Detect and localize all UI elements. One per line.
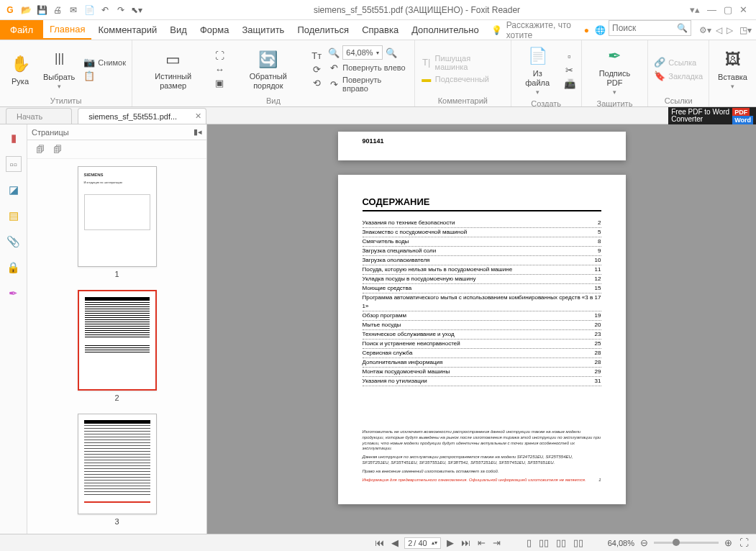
document-view[interactable]: 901141 СОДЕРЖАНИЕ Указания по технике бе… — [207, 124, 756, 534]
fullscreen-icon[interactable]: ⛶ — [738, 537, 750, 548]
rotate-cw-button[interactable]: ⟳ — [311, 63, 322, 76]
zoom-out-status-icon[interactable]: ⊖ — [639, 537, 650, 548]
nav-comments-icon[interactable]: ▤ — [6, 208, 22, 224]
fwd-icon[interactable]: ⇥ — [491, 537, 502, 548]
file-tab[interactable]: Файл — [0, 20, 43, 40]
nav-bookmarks-icon[interactable]: ▮ — [6, 130, 22, 146]
rotate-right-button[interactable]: ↷Повернуть вправо — [328, 75, 409, 94]
search-input[interactable] — [612, 23, 677, 33]
redo-icon[interactable]: ↷ — [114, 3, 128, 17]
zoom-box[interactable]: 64,08%▾ — [342, 45, 382, 60]
doc-tab-file[interactable]: siemens_sf_55t551.pdf...✕ — [78, 108, 206, 124]
fit-width-button[interactable]: ↔ — [214, 63, 225, 76]
window-title: siemens_sf_55t551.pdf (ЗАЩИЩЕНО) - Foxit… — [144, 5, 690, 15]
reflow-button[interactable]: Tт — [311, 49, 322, 62]
rotate-left-button[interactable]: ↶Повернуть влево — [328, 61, 409, 74]
thumb-tool-2-icon[interactable]: 🗐 — [53, 145, 62, 155]
fit-page-button[interactable]: ⛶ — [214, 49, 225, 62]
tab-form[interactable]: Форма — [193, 20, 236, 40]
tab-home[interactable]: Главная — [43, 20, 91, 40]
rotate-ccw-button[interactable]: ⟲ — [311, 76, 322, 89]
blank-button[interactable]: ▫ — [564, 50, 575, 63]
world-icon[interactable]: 🌐 — [592, 25, 609, 35]
link-button[interactable]: 🔗Ссылка — [654, 56, 703, 69]
email-icon[interactable]: ✉ — [66, 3, 81, 17]
tab-help[interactable]: Справка — [355, 20, 405, 40]
new-icon[interactable]: 📄 — [82, 3, 96, 17]
zoom-in-status-icon[interactable]: ⊕ — [723, 537, 734, 548]
rotate-right-icon: ↷ — [328, 78, 340, 90]
thumb-tool-1-icon[interactable]: 🗐 — [36, 145, 45, 155]
fit-visible-button[interactable]: ▣ — [214, 76, 225, 89]
doc-tab-start[interactable]: Начать — [6, 108, 72, 124]
page-input[interactable]: 2/ 40▴▾ — [404, 537, 440, 549]
insert-button[interactable]: 🖼Вставка▾ — [715, 47, 750, 92]
tell-me[interactable]: 💡Расскажите, что хотите — [486, 20, 581, 40]
prev-page-icon[interactable]: ◀ — [390, 537, 400, 548]
restore-down-icon[interactable]: — — [707, 4, 716, 15]
actual-size-button[interactable]: ▭Истинный размер — [138, 46, 208, 91]
typewriter-icon: T| — [421, 57, 432, 68]
bookmark-button[interactable]: 🔖Закладка — [654, 70, 703, 83]
nav-pages-icon[interactable]: ▫▫ — [6, 156, 22, 172]
undo-icon[interactable]: ↶ — [98, 3, 112, 17]
clip-button[interactable]: ✂ — [564, 64, 575, 77]
typewriter-button[interactable]: T|Пишущая машинка — [421, 53, 505, 72]
thumb-2[interactable]: 2 — [78, 290, 157, 402]
search-icon[interactable]: 🔍 — [677, 23, 688, 33]
ad-banner[interactable]: Free PDF to Word Converter PDFWord — [668, 107, 756, 124]
scanner-button[interactable]: 📠 — [564, 78, 575, 91]
pointer-icon[interactable]: ⬉▾ — [129, 3, 144, 17]
close-tab-icon[interactable]: ✕ — [195, 111, 201, 121]
from-file-icon: 📄 — [526, 45, 549, 68]
print-icon[interactable]: 🖨 — [50, 3, 65, 17]
nav-security-icon[interactable]: 🔒 — [6, 260, 22, 276]
maximize-icon[interactable]: ▢ — [724, 4, 732, 15]
snapshot-button[interactable]: 📷Снимок — [83, 56, 126, 69]
reverse-order-button[interactable]: 🔄Обратный порядок — [231, 46, 305, 91]
nav-signatures-icon[interactable]: ✒ — [6, 286, 22, 301]
close-window-icon[interactable]: ✕ — [739, 4, 747, 15]
bookmark-icon: 🔖 — [654, 70, 665, 82]
single-page-icon[interactable]: ▯ — [525, 537, 533, 548]
nav-layers-icon[interactable]: ◪ — [6, 182, 22, 198]
zoom-in-icon[interactable]: 🔍 — [386, 47, 397, 58]
thumb-3[interactable]: 3 — [78, 414, 157, 526]
select-tool-button[interactable]: ꔖВыбрать▾ — [40, 47, 78, 92]
tab-view[interactable]: Вид — [163, 20, 193, 40]
hand-tool-button[interactable]: ✋Рука — [6, 51, 35, 88]
app-logo-icon: G — [3, 3, 17, 17]
collapse-ribbon-icon[interactable]: ◳▾ — [735, 25, 756, 35]
facing-icon[interactable]: ▯▯ — [555, 537, 568, 548]
gear-icon[interactable]: ⚙▾ — [697, 25, 714, 35]
collapse-pane-icon[interactable]: ▮◂ — [193, 127, 202, 137]
insert-icon: 🖼 — [721, 48, 744, 71]
last-page-icon[interactable]: ⏭ — [460, 537, 472, 548]
continuous-icon[interactable]: ▯▯ — [537, 537, 550, 548]
thumb-1[interactable]: SIEMENSИнструкция по эксплуатации 1 — [78, 166, 157, 278]
nav-prev-icon[interactable]: ◁ — [714, 25, 724, 35]
open-icon[interactable]: 📂 — [19, 3, 33, 17]
fit-visible-icon: ▣ — [214, 77, 225, 88]
next-page-icon[interactable]: ▶ — [445, 537, 455, 548]
from-file-button[interactable]: 📄Из файла▾ — [517, 43, 558, 98]
sign-button[interactable]: ✒Подпись PDF▾ — [588, 43, 642, 98]
tab-share[interactable]: Поделиться — [291, 20, 355, 40]
clipboard-button[interactable]: 📋 — [83, 70, 126, 83]
tab-comment[interactable]: Комментарий — [91, 20, 163, 40]
zoom-out-icon[interactable]: 🔍 — [328, 47, 340, 58]
search-box[interactable]: 🔍 — [609, 20, 691, 36]
orange-dot-icon[interactable]: ● — [581, 25, 592, 35]
tab-protect[interactable]: Защитить — [235, 20, 291, 40]
zoom-slider[interactable] — [654, 542, 719, 544]
tab-extra[interactable]: Дополнительно — [405, 20, 486, 40]
minimize-icon[interactable]: ▾▴ — [690, 4, 700, 15]
nav-next-icon[interactable]: ▷ — [724, 25, 735, 35]
zoom-controls[interactable]: 🔍64,08%▾🔍 — [328, 45, 409, 60]
facing-cont-icon[interactable]: ▯▯ — [572, 537, 585, 548]
nav-attachments-icon[interactable]: 📎 — [6, 234, 22, 250]
highlight-button[interactable]: ▬Подсвеченный — [421, 73, 505, 86]
back-icon[interactable]: ⇤ — [476, 537, 487, 548]
save-icon[interactable]: 💾 — [35, 3, 49, 17]
first-page-icon[interactable]: ⏮ — [373, 537, 386, 548]
